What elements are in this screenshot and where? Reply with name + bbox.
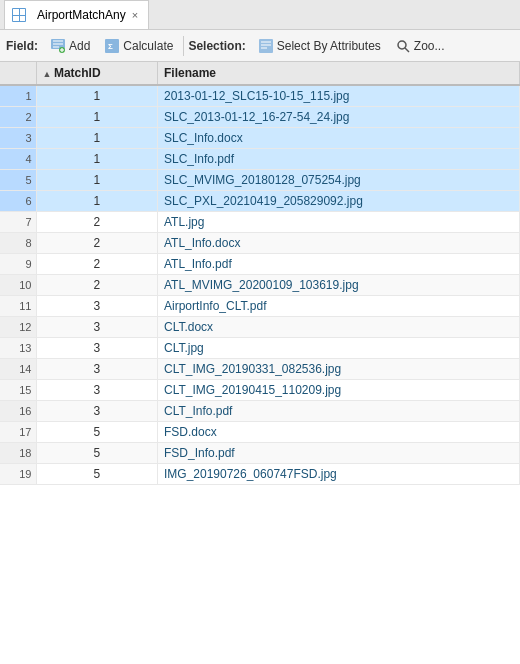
tab-airportmatchany[interactable]: AirportMatchAny × xyxy=(4,0,149,29)
matchid-header[interactable]: MatchID xyxy=(36,62,157,85)
zoom-icon xyxy=(395,38,411,54)
matchid-cell: 3 xyxy=(36,380,157,401)
add-button[interactable]: Add xyxy=(44,35,96,57)
table-row[interactable]: 31SLC_Info.docx xyxy=(0,128,520,149)
matchid-cell: 3 xyxy=(36,317,157,338)
matchid-cell: 2 xyxy=(36,254,157,275)
matchid-cell: 1 xyxy=(36,170,157,191)
toolbar-divider xyxy=(183,36,184,56)
matchid-cell: 1 xyxy=(36,128,157,149)
select-by-attributes-button[interactable]: Select By Attributes xyxy=(252,35,387,57)
attribute-table[interactable]: MatchID Filename 112013-01-12_SLC15-10-1… xyxy=(0,62,520,664)
filename-cell: 2013-01-12_SLC15-10-15_115.jpg xyxy=(157,85,519,107)
row-number-header xyxy=(0,62,36,85)
filename-cell: ATL.jpg xyxy=(157,212,519,233)
row-number-cell: 11 xyxy=(0,296,36,317)
svg-rect-14 xyxy=(259,39,273,53)
matchid-cell: 1 xyxy=(36,107,157,128)
table-row[interactable]: 21SLC_2013-01-12_16-27-54_24.jpg xyxy=(0,107,520,128)
row-number-cell: 16 xyxy=(0,401,36,422)
table-row[interactable]: 143CLT_IMG_20190331_082536.jpg xyxy=(0,359,520,380)
table-row[interactable]: 123CLT.docx xyxy=(0,317,520,338)
toolbar: Field: Add Σ xyxy=(0,30,520,62)
row-number-cell: 17 xyxy=(0,422,36,443)
add-icon xyxy=(50,38,66,54)
matchid-cell: 5 xyxy=(36,422,157,443)
filename-cell: ATL_MVIMG_20200109_103619.jpg xyxy=(157,275,519,296)
table-row[interactable]: 153CLT_IMG_20190415_110209.jpg xyxy=(0,380,520,401)
matchid-cell: 2 xyxy=(36,275,157,296)
field-section: Field: Add Σ xyxy=(6,35,179,57)
row-number-cell: 15 xyxy=(0,380,36,401)
svg-rect-4 xyxy=(20,16,25,21)
row-number-cell: 5 xyxy=(0,170,36,191)
matchid-cell: 3 xyxy=(36,338,157,359)
row-number-cell: 2 xyxy=(0,107,36,128)
row-number-cell: 3 xyxy=(0,128,36,149)
row-number-cell: 7 xyxy=(0,212,36,233)
table-row[interactable]: 102ATL_MVIMG_20200109_103619.jpg xyxy=(0,275,520,296)
add-label: Add xyxy=(69,39,90,53)
matchid-cell: 5 xyxy=(36,464,157,485)
filename-cell: IMG_20190726_060747FSD.jpg xyxy=(157,464,519,485)
calculate-button[interactable]: Σ Calculate xyxy=(98,35,179,57)
table-row[interactable]: 92ATL_Info.pdf xyxy=(0,254,520,275)
row-number-cell: 9 xyxy=(0,254,36,275)
selection-label: Selection: xyxy=(188,39,245,53)
table-row[interactable]: 61SLC_PXL_20210419_205829092.jpg xyxy=(0,191,520,212)
row-number-cell: 14 xyxy=(0,359,36,380)
filename-cell: CLT.jpg xyxy=(157,338,519,359)
row-number-cell: 8 xyxy=(0,233,36,254)
matchid-cell: 2 xyxy=(36,212,157,233)
zoom-button[interactable]: Zoo... xyxy=(389,35,451,57)
calculate-label: Calculate xyxy=(123,39,173,53)
matchid-cell: 3 xyxy=(36,296,157,317)
table-row[interactable]: 41SLC_Info.pdf xyxy=(0,149,520,170)
table-row[interactable]: 113AirportInfo_CLT.pdf xyxy=(0,296,520,317)
filename-cell: CLT_IMG_20190331_082536.jpg xyxy=(157,359,519,380)
row-number-cell: 12 xyxy=(0,317,36,338)
table-row[interactable]: 72ATL.jpg xyxy=(0,212,520,233)
field-label: Field: xyxy=(6,39,38,53)
table-row[interactable]: 51SLC_MVIMG_20180128_075254.jpg xyxy=(0,170,520,191)
table-header-row: MatchID Filename xyxy=(0,62,520,85)
matchid-cell: 2 xyxy=(36,233,157,254)
filename-cell: CLT_Info.pdf xyxy=(157,401,519,422)
title-bar: AirportMatchAny × xyxy=(0,0,520,30)
row-number-cell: 19 xyxy=(0,464,36,485)
calculate-icon: Σ xyxy=(104,38,120,54)
matchid-cell: 1 xyxy=(36,191,157,212)
table-row[interactable]: 185FSD_Info.pdf xyxy=(0,443,520,464)
svg-rect-3 xyxy=(13,16,19,21)
row-number-cell: 4 xyxy=(0,149,36,170)
row-number-cell: 18 xyxy=(0,443,36,464)
svg-rect-1 xyxy=(13,9,19,15)
table-row[interactable]: 195IMG_20190726_060747FSD.jpg xyxy=(0,464,520,485)
row-number-cell: 13 xyxy=(0,338,36,359)
row-number-cell: 6 xyxy=(0,191,36,212)
filename-cell: SLC_Info.docx xyxy=(157,128,519,149)
filename-cell: SLC_Info.pdf xyxy=(157,149,519,170)
selection-section: Selection: Select By Attributes Zoo... xyxy=(188,35,450,57)
zoom-label: Zoo... xyxy=(414,39,445,53)
table-row[interactable]: 133CLT.jpg xyxy=(0,338,520,359)
tab-close-button[interactable]: × xyxy=(132,9,138,21)
select-attributes-icon xyxy=(258,38,274,54)
filename-cell: CLT_IMG_20190415_110209.jpg xyxy=(157,380,519,401)
matchid-cell: 1 xyxy=(36,85,157,107)
filename-cell: FSD.docx xyxy=(157,422,519,443)
table-row[interactable]: 112013-01-12_SLC15-10-15_115.jpg xyxy=(0,85,520,107)
tab-label: AirportMatchAny xyxy=(37,8,126,22)
filename-cell: AirportInfo_CLT.pdf xyxy=(157,296,519,317)
row-number-cell: 10 xyxy=(0,275,36,296)
svg-rect-2 xyxy=(20,9,25,15)
filename-cell: SLC_2013-01-12_16-27-54_24.jpg xyxy=(157,107,519,128)
filename-header[interactable]: Filename xyxy=(157,62,519,85)
filename-cell: SLC_PXL_20210419_205829092.jpg xyxy=(157,191,519,212)
filename-cell: CLT.docx xyxy=(157,317,519,338)
table-row[interactable]: 163CLT_Info.pdf xyxy=(0,401,520,422)
filename-cell: SLC_MVIMG_20180128_075254.jpg xyxy=(157,170,519,191)
table-row[interactable]: 82ATL_Info.docx xyxy=(0,233,520,254)
svg-line-19 xyxy=(405,48,409,52)
table-row[interactable]: 175FSD.docx xyxy=(0,422,520,443)
